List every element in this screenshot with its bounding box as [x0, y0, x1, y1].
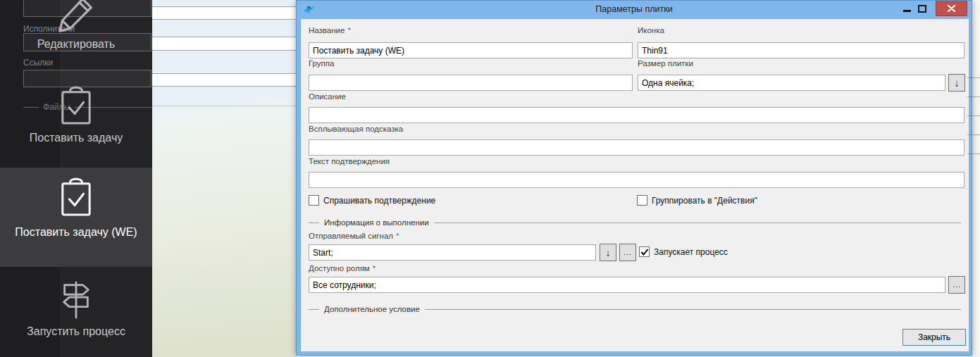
tile-label: Поставить задачу — [30, 129, 123, 147]
minimize-button[interactable] — [899, 1, 914, 18]
description-input[interactable] — [309, 107, 965, 123]
group-into-actions-label: Группировать в "Действия" — [652, 196, 757, 206]
tooltip-input[interactable] — [309, 139, 965, 156]
tile-set-task[interactable]: Поставить задачу — [0, 85, 152, 156]
arrow-down-icon: ↓ — [955, 77, 960, 89]
dialog-content: Название* Иконка Группа Размер плитки ↓ … — [301, 19, 969, 351]
icon-input[interactable] — [638, 42, 965, 58]
section-execution-info: Информация о выполнении — [309, 218, 961, 227]
checkmark-icon — [640, 248, 649, 256]
tooltip-label: Всплывающая подсказка — [309, 125, 403, 133]
tile-label: Запустить процесс — [27, 322, 125, 341]
required-marker: * — [347, 26, 350, 35]
ellipsis-icon: ... — [624, 248, 632, 256]
screen: Исполнители Ссылки Файлы Редактировать — [0, 0, 980, 357]
ellipsis-icon: ... — [953, 280, 961, 289]
signal-browse-button[interactable]: ... — [619, 244, 636, 261]
description-label: Описание — [309, 92, 346, 101]
arrow-down-icon: ↓ — [606, 247, 611, 258]
group-into-actions-checkbox[interactable] — [637, 195, 647, 206]
tile-size-label: Размер плитки — [638, 59, 693, 68]
signal-input[interactable] — [309, 244, 596, 261]
tile-edit[interactable]: Редактировать — [0, 0, 152, 70]
dialog-titlebar[interactable]: Параметры плитки — [297, 1, 972, 19]
ask-confirmation-label: Спрашивать подтверждение — [323, 196, 435, 206]
starts-process-checkbox[interactable] — [639, 246, 650, 257]
roles-browse-button[interactable]: ... — [948, 276, 965, 294]
group-input[interactable] — [309, 75, 633, 91]
tile-set-task-we[interactable]: Поставить задачу (WE) — [0, 168, 152, 267]
section-extra-condition: Дополнительное условие — [309, 305, 961, 313]
tile-label: Редактировать — [37, 35, 116, 54]
close-window-button[interactable] — [936, 1, 967, 16]
background-field — [151, 6, 299, 20]
roles-input[interactable] — [309, 277, 945, 293]
background-divider — [152, 106, 296, 106]
window-controls — [899, 1, 967, 18]
clipboard-check-icon — [60, 85, 92, 129]
section-line — [309, 223, 319, 223]
section-line — [434, 223, 961, 223]
name-input[interactable] — [309, 42, 633, 58]
dialog-tile-parameters: Параметры плитки Название* Иконка Группа… — [296, 0, 972, 356]
name-label: Название* — [309, 26, 351, 35]
clipboard-check-icon — [60, 177, 92, 220]
section-title: Информация о выполнении — [324, 218, 429, 227]
starts-process-label: Запускает процесс — [654, 247, 728, 257]
section-title: Дополнительное условие — [324, 305, 420, 313]
dialog-title: Параметры плитки — [297, 4, 972, 14]
roles-label: Доступно ролям* — [309, 264, 376, 273]
maximize-button[interactable] — [914, 1, 930, 18]
tile-size-input[interactable] — [638, 75, 945, 91]
section-line — [425, 309, 961, 310]
tile-run-process[interactable]: Запустить процесс — [0, 279, 152, 349]
signpost-icon — [58, 279, 94, 322]
close-icon — [948, 5, 955, 12]
confirmation-text-label: Текст подтверждения — [309, 157, 390, 165]
signal-label: Отправляемый сигнал* — [309, 232, 399, 240]
close-dialog-button[interactable]: Закрыть — [903, 329, 966, 346]
ask-confirmation-checkbox[interactable] — [309, 195, 319, 206]
section-line — [309, 309, 319, 310]
tile-label: Поставить задачу (WE) — [15, 223, 137, 242]
signal-dropdown-button[interactable]: ↓ — [600, 244, 616, 261]
background-field — [151, 73, 299, 87]
maximize-icon — [918, 5, 926, 13]
icon-label: Иконка — [638, 26, 664, 35]
background-field — [151, 37, 299, 51]
required-marker: * — [396, 232, 399, 240]
confirmation-text-input[interactable] — [309, 172, 965, 188]
required-marker: * — [373, 264, 376, 273]
pencil-icon — [56, 0, 96, 35]
tile-size-dropdown-button[interactable]: ↓ — [948, 74, 965, 92]
background-window — [152, 0, 296, 357]
group-label: Группа — [309, 59, 334, 68]
tile-sidebar: Исполнители Ссылки Файлы Редактировать — [0, 0, 152, 357]
minimize-icon — [903, 10, 911, 12]
